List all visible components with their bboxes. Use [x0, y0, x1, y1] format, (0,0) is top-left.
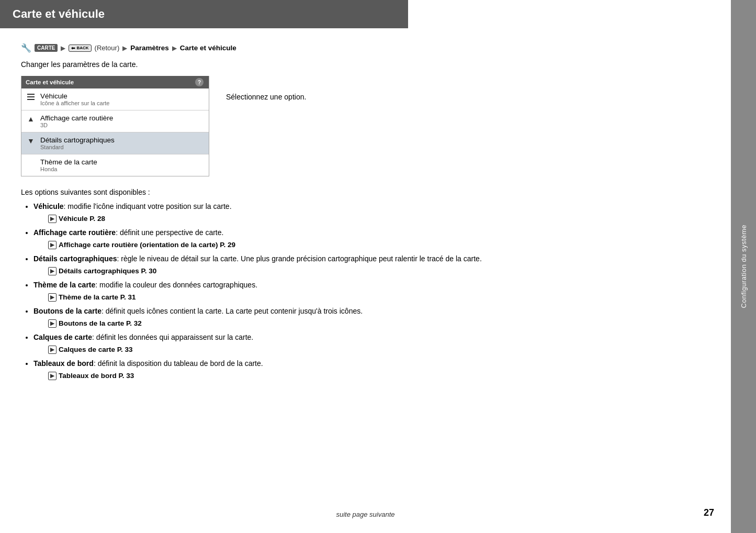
select-prompt-text: Sélectionnez une option. — [226, 93, 306, 101]
option-desc: : définit la disposition du tableau de b… — [94, 359, 263, 368]
ref-text: Thème de la carte P. 31 — [59, 292, 136, 303]
option-title: Détails cartographiques — [33, 254, 117, 263]
option-desc: : modifie la couleur des données cartogr… — [95, 281, 257, 289]
menu-item-title-vehicule: Véhicule — [40, 92, 204, 100]
ref-icon: ▶ — [48, 346, 57, 354]
option-title: Boutons de la carte — [33, 307, 101, 315]
page-header: Carte et véhicule — [0, 0, 408, 28]
ref-icon: ▶ — [48, 319, 57, 328]
breadcrumb: 🔧 CARTE ▶ ⬅ BACK (Retour) ▶ Paramètres ▶… — [21, 43, 701, 53]
menu-item-vehicule[interactable]: Véhicule Icône à afficher sur la carte — [21, 88, 209, 110]
ref-line: ▶Calques de carte P. 33 — [48, 344, 701, 356]
back-button[interactable]: ⬅ BACK — [69, 45, 91, 52]
ref-line: ▶Boutons de la carte P. 32 — [48, 318, 701, 329]
options-list: Véhicule: modifie l'icône indiquant votr… — [21, 201, 701, 382]
sidebar: Configuration du système — [731, 0, 756, 533]
option-desc: : règle le niveau de détail sur la carte… — [117, 254, 482, 263]
ref-line: ▶Affichage carte routière (orientation d… — [48, 239, 701, 251]
option-desc: : définit quels icônes contient la carte… — [101, 307, 363, 315]
menu-item-sub-vehicule: Icône à afficher sur la carte — [40, 100, 204, 106]
ref-icon: ▶ — [48, 293, 57, 302]
settings-icon: 🔧 — [21, 43, 31, 53]
menu-title: Carte et véhicule — [26, 79, 74, 85]
arrow-up-icon: ▲ — [26, 114, 36, 124]
carte-badge[interactable]: CARTE — [35, 44, 58, 52]
option-title: Thème de la carte — [33, 281, 95, 289]
help-icon[interactable]: ? — [195, 78, 204, 86]
back-label: BACK — [76, 46, 88, 50]
select-prompt: Sélectionnez une option. — [226, 76, 306, 101]
option-title: Tableaux de bord — [33, 359, 94, 368]
main-content: 🔧 CARTE ▶ ⬅ BACK (Retour) ▶ Paramètres ▶… — [0, 28, 722, 398]
list-item: Véhicule: modifie l'icône indiquant votr… — [33, 201, 701, 212]
description-text: Changer les paramètres de la carte. — [21, 60, 701, 69]
parametres-label: Paramètres — [130, 44, 169, 52]
ref-text: Détails cartographiques P. 30 — [59, 265, 156, 277]
section-label: Carte et véhicule — [180, 44, 236, 52]
ref-icon: ▶ — [48, 215, 57, 223]
page-number: 27 — [704, 507, 714, 518]
list-item: Calques de carte: définit les données qu… — [33, 331, 701, 343]
list-item: Détails cartographiques: règle le niveau… — [33, 253, 701, 264]
option-desc: : modifie l'icône indiquant votre positi… — [64, 202, 232, 210]
menu-item-details[interactable]: ▼ Détails cartographiques Standard — [21, 132, 209, 154]
ref-icon: ▶ — [48, 267, 57, 275]
ref-line: ▶Thème de la carte P. 31 — [48, 292, 701, 303]
menu-item-title-theme: Thème de la carte — [40, 158, 204, 166]
ref-text: Calques de carte P. 33 — [59, 344, 133, 356]
options-intro: Les options suivantes sont disponibles : — [21, 188, 701, 196]
list-item: Affichage carte routière: définit une pe… — [33, 227, 701, 238]
option-desc: : définit une perspective de carte. — [116, 228, 223, 237]
ref-icon: ▶ — [48, 372, 57, 380]
page-title: Carte et véhicule — [13, 7, 105, 20]
ref-text: Tableaux de bord P. 33 — [59, 370, 134, 382]
ref-text: Boutons de la carte P. 32 — [59, 318, 142, 329]
breadcrumb-arrow-2: ▶ — [122, 45, 127, 52]
breadcrumb-arrow-3: ▶ — [172, 45, 177, 52]
two-col-layout: Carte et véhicule ? Véhicule Icône à aff… — [21, 76, 701, 176]
option-title: Calques de carte — [33, 333, 92, 341]
ref-icon: ▶ — [48, 241, 57, 249]
ref-line: ▶Tableaux de bord P. 33 — [48, 370, 701, 382]
option-desc: : définit les données qui apparaissent s… — [92, 333, 253, 341]
menu-header: Carte et véhicule ? — [21, 76, 209, 88]
list-item: Boutons de la carte: définit quels icône… — [33, 305, 701, 317]
arrow-down-icon: ▼ — [26, 136, 36, 146]
menu-item-title-affichage: Affichage carte routière — [40, 114, 204, 122]
back-icon: ⬅ — [71, 46, 75, 51]
option-title: Véhicule — [33, 202, 64, 210]
breadcrumb-arrow-1: ▶ — [61, 45, 65, 52]
list-item: Thème de la carte: modifie la couleur de… — [33, 279, 701, 291]
menu-item-title-details: Détails cartographiques — [40, 136, 204, 144]
footer: suite page suivante — [0, 510, 731, 518]
list-item: Tableaux de bord: définit la disposition… — [33, 358, 701, 369]
ref-text: Véhicule P. 28 — [59, 213, 105, 225]
ref-line: ▶Détails cartographiques P. 30 — [48, 265, 701, 277]
menu-item-sub-theme: Honda — [40, 166, 204, 172]
back-sub-text: (Retour) — [95, 44, 120, 52]
ref-text: Affichage carte routière (orientation de… — [59, 239, 235, 251]
ref-line: ▶Véhicule P. 28 — [48, 213, 701, 225]
option-title: Affichage carte routière — [33, 228, 116, 237]
sidebar-label: Configuration du système — [740, 225, 748, 308]
menu-box: Carte et véhicule ? Véhicule Icône à aff… — [21, 76, 209, 176]
hamburger-icon — [26, 92, 36, 102]
menu-item-sub-affichage: 3D — [40, 122, 204, 128]
menu-item-sub-details: Standard — [40, 144, 204, 150]
menu-item-affichage[interactable]: ▲ Affichage carte routière 3D — [21, 110, 209, 132]
menu-item-theme[interactable]: Thème de la carte Honda — [21, 154, 209, 176]
footer-text: suite page suivante — [336, 510, 394, 518]
